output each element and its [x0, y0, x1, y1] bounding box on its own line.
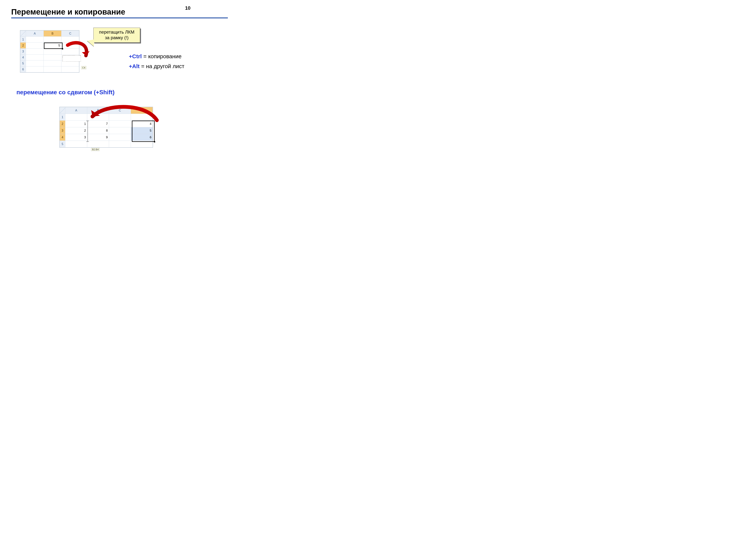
cell[interactable]	[61, 66, 79, 73]
row-header-2[interactable]: 2	[20, 43, 26, 49]
callout-tail	[87, 39, 94, 47]
cell-d2[interactable]: 4	[131, 121, 153, 127]
slide-title: Перемещение и копирование	[11, 7, 228, 17]
subtitle: перемещение со сдвигом (+Shift)	[17, 89, 114, 96]
cell[interactable]	[109, 121, 131, 127]
row-header-4[interactable]: 4	[60, 134, 66, 141]
cell[interactable]	[66, 141, 87, 148]
reference-tooltip: B2:B4	[91, 148, 100, 151]
cell-a4[interactable]: 3	[66, 134, 87, 141]
cell[interactable]	[109, 141, 131, 148]
cell[interactable]	[26, 43, 44, 49]
row-header-1[interactable]: 1	[20, 36, 26, 43]
col-header-a[interactable]: A	[26, 31, 44, 36]
callout-line2: за рамку (!)	[105, 35, 128, 40]
reference-tooltip: C4	[81, 66, 86, 69]
alt-text: = на другой лист	[140, 63, 184, 69]
cell[interactable]	[26, 60, 44, 66]
row-header-5[interactable]: 5	[60, 141, 66, 148]
cell[interactable]	[26, 54, 44, 60]
cell[interactable]	[44, 36, 61, 43]
col-header-b[interactable]: B	[44, 31, 61, 36]
col-header-b[interactable]: B	[87, 107, 109, 114]
svg-marker-0	[82, 51, 89, 56]
cell[interactable]	[131, 114, 153, 121]
cell[interactable]	[44, 60, 61, 66]
cell-b2[interactable]: 7	[87, 121, 109, 127]
alt-key: +Alt	[129, 63, 140, 69]
cell-b4[interactable]: 9	[87, 134, 109, 141]
select-all-corner[interactable]	[60, 107, 66, 114]
cell[interactable]	[44, 66, 61, 73]
cell[interactable]	[109, 114, 131, 121]
cell[interactable]	[26, 49, 44, 54]
spreadsheet-2: A B C D 1 2174 3285 4396 5 B2:B4	[59, 107, 153, 148]
row-header-4[interactable]: 4	[20, 54, 26, 60]
cell-d4[interactable]: 6	[131, 134, 153, 141]
cell[interactable]	[66, 114, 87, 121]
slide: 10 Перемещение и копирование перетащить …	[0, 0, 239, 179]
cell[interactable]	[109, 134, 131, 141]
col-header-a[interactable]: A	[66, 107, 87, 114]
cell[interactable]	[26, 66, 44, 73]
row-header-6[interactable]: 6	[20, 66, 26, 73]
cell[interactable]	[109, 127, 131, 134]
row-header-2[interactable]: 2	[60, 121, 66, 127]
cell[interactable]	[61, 36, 79, 43]
insert-indicator-icon	[87, 121, 88, 142]
title-underline	[11, 18, 228, 18]
callout: перетащить ЛКМ за рамку (!)	[93, 28, 140, 43]
select-all-corner[interactable]	[20, 31, 26, 36]
fill-handle[interactable]	[154, 141, 155, 142]
cell[interactable]	[61, 49, 79, 54]
modifier-notes: +Ctrl = копирование +Alt = на другой лис…	[129, 52, 184, 71]
row-header-3[interactable]: 3	[60, 127, 66, 134]
cell[interactable]	[44, 54, 61, 60]
spreadsheet-1: A B C 1 25 3 4 5 6 C4	[20, 30, 79, 73]
row-header-1[interactable]: 1	[60, 114, 66, 121]
cell-b2[interactable]: 5	[44, 43, 61, 49]
cell[interactable]	[131, 141, 153, 148]
cell-d3[interactable]: 5	[131, 127, 153, 134]
row-header-3[interactable]: 3	[20, 49, 26, 54]
col-header-d[interactable]: D	[131, 107, 153, 114]
col-header-c[interactable]: C	[61, 31, 79, 36]
cell-b3[interactable]: 8	[87, 127, 109, 134]
cell-a3[interactable]: 2	[66, 127, 87, 134]
callout-line1: перетащить ЛКМ	[99, 29, 134, 34]
row-header-5[interactable]: 5	[20, 60, 26, 66]
ctrl-text: = копирование	[142, 53, 182, 59]
ctrl-key: +Ctrl	[129, 53, 142, 59]
cell-a2[interactable]: 1	[66, 121, 87, 127]
cell[interactable]	[44, 49, 61, 54]
drag-target	[62, 55, 81, 61]
cell[interactable]	[87, 141, 109, 148]
cell[interactable]	[26, 36, 44, 43]
cell[interactable]	[87, 114, 109, 121]
page-number: 10	[185, 5, 190, 11]
fill-handle[interactable]	[62, 48, 63, 50]
cell[interactable]	[61, 43, 79, 49]
col-header-c[interactable]: C	[109, 107, 131, 114]
